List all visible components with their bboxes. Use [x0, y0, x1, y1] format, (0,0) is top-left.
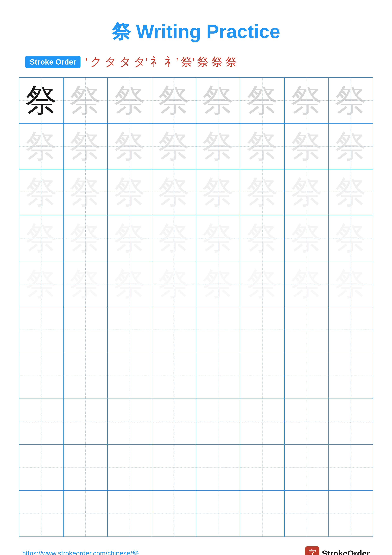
grid-cell[interactable]: 祭 — [108, 261, 152, 307]
grid-cell[interactable]: 祭 — [64, 261, 108, 307]
grid-cell[interactable]: 祭 — [196, 261, 241, 307]
grid-cell-empty[interactable] — [196, 307, 241, 353]
grid-cell-empty[interactable] — [108, 491, 152, 536]
grid-cell[interactable]: 祭 — [196, 169, 241, 215]
grid-cell-empty[interactable] — [19, 307, 64, 353]
grid-cell-empty[interactable] — [240, 353, 285, 399]
stroke-order-chars: ' ク タ タ タ' 礻 礻' 祭' 祭 祭 祭 — [85, 54, 237, 69]
grid-cell[interactable]: 祭 — [19, 78, 64, 124]
grid-cell-empty[interactable] — [196, 491, 241, 536]
practice-char: 祭 — [202, 125, 234, 168]
grid-cell[interactable]: 祭 — [240, 261, 285, 307]
grid-cell-empty[interactable] — [196, 353, 241, 399]
grid-cell-empty[interactable] — [64, 491, 108, 536]
practice-char: 祭 — [114, 79, 145, 122]
grid-cell-empty[interactable] — [285, 353, 329, 399]
grid-cell[interactable]: 祭 — [19, 124, 64, 169]
practice-char: 祭 — [70, 171, 101, 214]
grid-cell-empty[interactable] — [108, 399, 152, 445]
grid-row: 祭 祭 祭 祭 祭 祭 祭 祭 — [19, 169, 373, 215]
grid-cell-empty[interactable] — [108, 353, 152, 399]
grid-cell-empty[interactable] — [240, 491, 285, 536]
grid-cell-empty[interactable] — [285, 399, 329, 445]
grid-cell-empty[interactable] — [329, 353, 373, 399]
grid-cell[interactable]: 祭 — [152, 169, 196, 215]
grid-cell-empty[interactable] — [108, 307, 152, 353]
grid-cell[interactable]: 祭 — [19, 169, 64, 215]
grid-cell-empty[interactable] — [240, 399, 285, 445]
grid-cell[interactable]: 祭 — [196, 124, 241, 169]
grid-cell[interactable]: 祭 — [64, 169, 108, 215]
grid-cell[interactable]: 祭 — [285, 261, 329, 307]
footer: https://www.strokeorder.com/chinese/祭 字 … — [19, 546, 373, 555]
grid-cell[interactable]: 祭 — [152, 261, 196, 307]
grid-cell[interactable]: 祭 — [64, 78, 108, 124]
grid-cell-empty[interactable] — [19, 399, 64, 445]
practice-char: 祭 — [202, 171, 234, 214]
grid-cell[interactable]: 祭 — [64, 215, 108, 261]
practice-char: 祭 — [114, 217, 145, 259]
grid-cell-empty[interactable] — [64, 307, 108, 353]
practice-char: 祭 — [202, 263, 234, 305]
practice-char: 祭 — [335, 263, 367, 305]
grid-cell[interactable]: 祭 — [285, 215, 329, 261]
grid-cell-empty[interactable] — [285, 307, 329, 353]
grid-cell-empty[interactable] — [329, 307, 373, 353]
grid-cell-empty[interactable] — [152, 491, 196, 536]
grid-cell[interactable]: 祭 — [329, 124, 373, 169]
footer-url[interactable]: https://www.strokeorder.com/chinese/祭 — [22, 549, 139, 555]
practice-char: 祭 — [247, 171, 278, 214]
practice-char: 祭 — [247, 79, 278, 122]
grid-cell[interactable]: 祭 — [108, 124, 152, 169]
grid-cell[interactable]: 祭 — [64, 124, 108, 169]
grid-cell[interactable]: 祭 — [329, 169, 373, 215]
grid-cell-empty[interactable] — [329, 399, 373, 445]
practice-char: 祭 — [247, 125, 278, 168]
grid-cell-empty[interactable] — [19, 353, 64, 399]
grid-cell-empty[interactable] — [64, 353, 108, 399]
grid-cell-empty[interactable] — [64, 399, 108, 445]
grid-cell[interactable]: 祭 — [152, 124, 196, 169]
grid-cell-empty[interactable] — [285, 445, 329, 491]
grid-cell-empty[interactable] — [108, 445, 152, 491]
grid-cell-empty[interactable] — [329, 491, 373, 536]
grid-cell[interactable]: 祭 — [108, 169, 152, 215]
footer-logo-text: StrokeOrder — [322, 549, 370, 555]
grid-cell[interactable]: 祭 — [329, 78, 373, 124]
grid-cell-empty[interactable] — [329, 445, 373, 491]
grid-cell-empty[interactable] — [285, 491, 329, 536]
grid-cell[interactable]: 祭 — [19, 215, 64, 261]
grid-cell[interactable]: 祭 — [285, 169, 329, 215]
grid-cell-empty[interactable] — [152, 399, 196, 445]
grid-cell-empty[interactable] — [64, 445, 108, 491]
grid-cell[interactable]: 祭 — [240, 78, 285, 124]
grid-cell-empty[interactable] — [152, 445, 196, 491]
grid-cell[interactable]: 祭 — [196, 215, 241, 261]
grid-cell-empty[interactable] — [152, 307, 196, 353]
grid-cell[interactable]: 祭 — [240, 169, 285, 215]
grid-cell-empty[interactable] — [240, 445, 285, 491]
page-title: 祭 Writing Practice — [112, 19, 280, 45]
grid-cell[interactable]: 祭 — [240, 124, 285, 169]
grid-cell[interactable]: 祭 — [108, 78, 152, 124]
grid-cell-empty[interactable] — [196, 445, 241, 491]
grid-row: 祭 祭 祭 祭 祭 祭 祭 祭 — [19, 261, 373, 307]
grid-cell[interactable]: 祭 — [329, 261, 373, 307]
grid-cell[interactable]: 祭 — [285, 124, 329, 169]
grid-cell[interactable]: 祭 — [19, 261, 64, 307]
grid-cell-empty[interactable] — [196, 399, 241, 445]
grid-cell[interactable]: 祭 — [152, 78, 196, 124]
grid-cell-empty[interactable] — [19, 491, 64, 536]
grid-cell[interactable]: 祭 — [329, 215, 373, 261]
grid-cell-empty[interactable] — [240, 307, 285, 353]
grid-cell[interactable]: 祭 — [196, 78, 241, 124]
grid-row-empty — [19, 353, 373, 399]
grid-cell[interactable]: 祭 — [152, 215, 196, 261]
grid-cell[interactable]: 祭 — [285, 78, 329, 124]
grid-cell[interactable]: 祭 — [108, 215, 152, 261]
practice-char: 祭 — [70, 79, 101, 122]
grid-cell[interactable]: 祭 — [240, 215, 285, 261]
grid-cell-empty[interactable] — [152, 353, 196, 399]
practice-char: 祭 — [335, 217, 367, 259]
grid-cell-empty[interactable] — [19, 445, 64, 491]
